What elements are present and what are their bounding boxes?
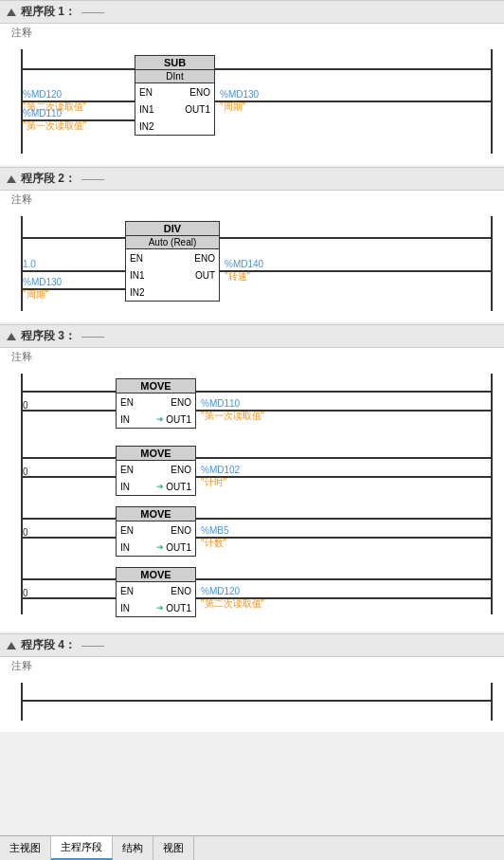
move-2-arrow: ➔ <box>156 482 164 491</box>
segment-1-header[interactable]: 程序段 1： —— <box>0 0 504 24</box>
sub-in1-pin: IN1 <box>139 104 154 115</box>
move-4-in-row: IN ➔ OUT1 <box>117 599 195 616</box>
tab-structure[interactable]: 结构 <box>113 836 153 860</box>
right-rail-2 <box>491 216 493 311</box>
div-in2-pin: IN2 <box>130 287 145 298</box>
segment-3-header[interactable]: 程序段 3： —— <box>0 324 504 348</box>
move-2-in-row: IN ➔ OUT1 <box>117 478 195 495</box>
segment-4-body <box>0 675 504 732</box>
in-line-3-4 <box>21 597 116 599</box>
move-block-3-wrap: MOVE EN ENO IN ➔ OUT1 0 <box>21 506 493 554</box>
move-1-in-row: IN ➔ OUT1 <box>117 411 195 428</box>
segment-3: 程序段 3： —— 注释 MOVE EN <box>0 324 504 631</box>
in-line-3-2 <box>21 476 116 478</box>
move-4-in: IN <box>120 603 130 613</box>
move-1-out: OUT1 <box>166 414 191 425</box>
div-en-pin: EN <box>130 253 143 264</box>
segment-4-header[interactable]: 程序段 4： —— <box>0 633 504 657</box>
segment-2: 程序段 2： —— 注释 DIV Auto (Real) EN <box>0 167 504 322</box>
tab-main-view[interactable]: 主视图 <box>0 836 51 860</box>
segment-1-body: SUB DInt EN ENO IN1 OUT1 IN2 <box>0 42 504 165</box>
move-block-1: MOVE EN ENO IN ➔ OUT1 <box>116 378 196 429</box>
in1-var-name-1: %MD120 <box>23 89 62 100</box>
sub-en-row: EN ENO <box>135 83 214 101</box>
move-2-en-row: EN ENO <box>117 461 195 478</box>
sub-in1-row: IN1 OUT1 <box>135 101 214 118</box>
eno-line-1 <box>215 68 493 70</box>
move-1-eno: ENO <box>171 397 191 408</box>
tab-main-segment[interactable]: 主程序段 <box>51 836 113 860</box>
out-line-2 <box>220 270 493 272</box>
move-1-out-var: %MD110 <box>201 398 240 409</box>
sub-block-title2: DInt <box>135 70 214 83</box>
segment-2-label: 程序段 2： <box>21 171 76 187</box>
segment-3-dash: —— <box>81 330 104 343</box>
bottom-tabs: 主视图 主程序段 结构 视图 <box>0 835 504 860</box>
move-1-title: MOVE <box>117 379 195 393</box>
move-1-en-row: EN ENO <box>117 393 195 411</box>
move-4-en: EN <box>120 586 134 596</box>
eno-line-3-3 <box>196 518 493 520</box>
in2-var-alias-2: "周期" <box>23 288 48 302</box>
move-3-en: EN <box>120 525 134 536</box>
collapse-icon-4 <box>7 642 16 650</box>
out-line-3-2 <box>196 476 493 478</box>
move-2-out-var: %MD102 <box>201 465 240 475</box>
sub-eno-pin: ENO <box>189 87 210 98</box>
move-2-in-val: 0 <box>23 467 28 477</box>
in2-var-alias-1: "第一次读取值" <box>23 119 86 133</box>
eno-line-2 <box>220 237 493 239</box>
power-line-4 <box>21 700 493 702</box>
move-3-out-var: %MB5 <box>201 525 228 536</box>
move-2-out-side: ➔ OUT1 <box>156 482 191 492</box>
move-3-out-side: ➔ OUT1 <box>156 542 191 553</box>
move-1-in-val: 0 <box>23 400 28 411</box>
move-4-eno: ENO <box>171 586 191 596</box>
div-in1-row: IN1 OUT <box>126 266 219 284</box>
out-var-name-2: %MD140 <box>225 259 263 269</box>
tab-main-view-label: 主视图 <box>9 841 41 855</box>
move-block-2: MOVE EN ENO IN ➔ OUT1 <box>116 446 196 496</box>
seg2-diagram: DIV Auto (Real) EN ENO IN1 OUT IN2 <box>21 216 493 311</box>
out1-var-alias-1: "周期" <box>220 101 245 114</box>
sub-in2-row: IN2 <box>135 118 214 135</box>
move-3-in: IN <box>120 542 130 553</box>
segment-4-label: 程序段 4： <box>21 637 76 653</box>
div-in1-pin: IN1 <box>130 270 145 281</box>
collapse-icon-2 <box>7 175 16 183</box>
move-1-arrow: ➔ <box>156 414 164 424</box>
move-3-out: OUT1 <box>166 542 191 553</box>
move-3-arrow: ➔ <box>156 542 164 552</box>
seg3-diagram: MOVE EN ENO IN ➔ OUT1 <box>21 374 493 614</box>
tab-view[interactable]: 视图 <box>153 836 194 860</box>
div-en-row: EN ENO <box>126 249 219 266</box>
move-block-2-wrap: MOVE EN ENO IN ➔ OUT1 0 <box>21 446 493 493</box>
sub-block: SUB DInt EN ENO IN1 OUT1 IN2 <box>135 55 215 136</box>
segment-2-body: DIV Auto (Real) EN ENO IN1 OUT IN2 <box>0 209 504 322</box>
eno-line-3-4 <box>196 578 493 580</box>
segment-3-label: 程序段 3： <box>21 328 76 344</box>
segment-2-dash: —— <box>81 173 104 186</box>
move-3-out-alias: "计数" <box>201 537 226 550</box>
move-4-out: OUT1 <box>166 603 191 613</box>
tab-view-label: 视图 <box>163 841 184 855</box>
segment-4-dash: —— <box>81 639 104 652</box>
move-2-in: IN <box>120 482 130 492</box>
seg4-diagram <box>21 683 493 721</box>
move-4-title: MOVE <box>117 568 195 582</box>
move-block-1-wrap: MOVE EN ENO IN ➔ OUT1 <box>21 374 493 432</box>
move-block-3: MOVE EN ENO IN ➔ OUT1 <box>116 506 196 557</box>
sub-in2-pin: IN2 <box>139 121 154 132</box>
move-4-en-row: EN ENO <box>117 582 195 599</box>
segment-2-header[interactable]: 程序段 2： —— <box>0 167 504 191</box>
move-4-arrow: ➔ <box>156 603 164 613</box>
move-4-in-val: 0 <box>23 588 28 598</box>
segment-4-annotation: 注释 <box>0 657 504 675</box>
move-3-spacer <box>21 506 493 554</box>
segment-1-annotation: 注释 <box>0 24 504 42</box>
in-line-3-1 <box>21 410 116 412</box>
out1-var-name-1: %MD130 <box>220 89 259 100</box>
segment-3-annotation: 注释 <box>0 348 504 366</box>
segment-1: 程序段 1： —— 注释 SUB DInt <box>0 0 504 165</box>
in2-var-name-1: %MD110 <box>23 108 62 119</box>
